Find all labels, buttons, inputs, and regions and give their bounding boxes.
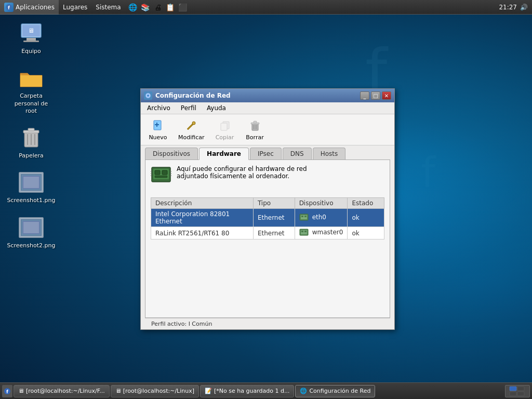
sistema-menu[interactable]: Sistema	[91, 0, 125, 15]
screenshot2-icon	[19, 215, 44, 240]
taskbar-right	[505, 385, 530, 397]
nuevo-label: Nuevo	[149, 134, 167, 141]
svg-rect-34	[155, 176, 167, 178]
svg-rect-51	[510, 387, 516, 391]
desktop-icon-papelera[interactable]: Papelera	[10, 125, 52, 159]
tab-hardware[interactable]: Hardware	[199, 148, 249, 160]
svg-rect-43	[301, 216, 303, 217]
row1-descripcion: Intel Corporation 82801 Ethernet	[151, 209, 254, 227]
col-tipo: Tipo	[253, 198, 295, 209]
svg-rect-53	[510, 392, 516, 396]
dialog-toolbar: Nuevo Modificar Copiar	[141, 114, 394, 145]
taskbar-start-button[interactable]: f	[2, 385, 12, 397]
menu-ayuda[interactable]: Ayuda	[203, 103, 230, 113]
papelera-label: Papelera	[19, 152, 44, 159]
equipo-icon: 🖥	[19, 21, 44, 46]
network-icon: 🌐	[300, 388, 307, 394]
maximize-button[interactable]: □	[371, 91, 380, 100]
copiar-icon	[218, 118, 232, 133]
borrar-icon	[248, 118, 262, 133]
clock: 21:27	[499, 4, 517, 11]
equipo-label: Equipo	[21, 48, 41, 55]
toolbar-icons: 🌐 📚 🖨 📋 ⬛	[127, 2, 189, 13]
minimize-button[interactable]: _	[360, 91, 369, 100]
dialog-tab-content: Aquí puede configurar el hardware de red…	[145, 159, 390, 318]
nuevo-button[interactable]: Nuevo	[145, 116, 171, 143]
info-line1: Aquí puede configurar el hardware de red	[177, 165, 307, 172]
lugares-menu[interactable]: Lugares	[59, 0, 91, 15]
row1-tipo: Ethernet	[253, 209, 295, 227]
row2-descripcion: RaLink RT2561/RT61 80	[151, 227, 254, 240]
tab-hosts[interactable]: Hosts	[313, 148, 346, 159]
tab-dispositivos[interactable]: Dispositivos	[145, 148, 198, 159]
taskbar-network[interactable]: 🌐 Configuración de Red	[295, 385, 375, 397]
carpeta-label: Carpeta personal de root	[10, 92, 52, 115]
desktop-icon-screenshot1[interactable]: Screenshot1.png	[10, 170, 52, 204]
svg-text:f: f	[6, 389, 8, 394]
svg-rect-52	[517, 387, 524, 391]
svg-rect-4	[26, 38, 36, 41]
close-button[interactable]: ✕	[382, 91, 391, 100]
toolbar-icon-1[interactable]: 🌐	[127, 2, 139, 13]
svg-text:🖥: 🖥	[28, 27, 34, 34]
taskbar-top-left: f Aplicaciones Lugares Sistema 🌐 📚 🖨 📋 ⬛	[0, 0, 189, 15]
fedora-icon: f	[4, 3, 14, 12]
row2-estado: ok	[348, 227, 384, 240]
dialog-menubar: Archivo Perfil Ayuda	[141, 102, 394, 114]
toolbar-icon-2[interactable]: 📚	[140, 2, 151, 13]
modificar-button[interactable]: Modificar	[175, 116, 208, 143]
taskbar-top-right: 21:27 🔊	[499, 4, 532, 11]
svg-rect-5	[23, 41, 39, 42]
borrar-button[interactable]: Borrar	[242, 116, 268, 143]
svg-rect-44	[304, 216, 307, 217]
terminal2-label: [root@localhost:~/Linux]	[123, 388, 194, 394]
screenshot1-label: Screenshot1.png	[7, 197, 56, 204]
menu-perfil[interactable]: Perfil	[177, 103, 201, 113]
desktop-icon-carpeta[interactable]: Carpeta personal de root	[10, 65, 52, 115]
papelera-icon	[19, 125, 44, 150]
info-text: Aquí puede configurar el hardware de red…	[177, 165, 307, 180]
dialog-title-icon	[144, 91, 152, 100]
menu-archivo[interactable]: Archivo	[143, 103, 175, 113]
desktop-icon-equipo[interactable]: 🖥 Equipo	[10, 21, 52, 55]
desktop-icon-screenshot2[interactable]: Screenshot2.png	[10, 215, 52, 249]
dialog-statusbar: Perfil activo: I Común	[145, 318, 390, 329]
svg-point-17	[147, 95, 149, 97]
carpeta-icon	[19, 65, 44, 90]
col-estado: Estado	[348, 198, 384, 209]
taskbar-top: f Aplicaciones Lugares Sistema 🌐 📚 🖨 📋 ⬛…	[0, 0, 532, 15]
taskbar-editor[interactable]: 📝 [*No se ha guardado 1 d...	[200, 385, 294, 397]
svg-rect-9	[28, 128, 34, 131]
toolbar-icon-3[interactable]: 🖨	[152, 2, 164, 13]
toolbar-icon-5[interactable]: ⬛	[177, 2, 189, 13]
toolbar-icon-4[interactable]: 📋	[165, 2, 176, 13]
svg-rect-54	[517, 392, 524, 396]
dialog-red: Configuración de Red _ □ ✕ Archivo Perfi…	[140, 88, 395, 330]
info-banner: Aquí puede configurar el hardware de red…	[151, 165, 384, 191]
table-row[interactable]: RaLink RT2561/RT61 80 Ethernet wma	[151, 227, 384, 240]
tab-dns[interactable]: DNS	[283, 148, 312, 159]
taskbar-terminal2[interactable]: 🖥 [root@localhost:~/Linux]	[111, 385, 199, 397]
modificar-icon	[184, 118, 198, 133]
svg-rect-26	[254, 121, 257, 123]
copiar-button[interactable]: Copiar	[212, 116, 238, 143]
sistema-label: Sistema	[96, 4, 121, 11]
aplicaciones-label: Aplicaciones	[16, 4, 55, 11]
dialog-titlebar: Configuración de Red _ □ ✕	[141, 89, 394, 102]
dialog-title: Configuración de Red	[155, 92, 357, 99]
desktop-icons: 🖥 Equipo Carpeta personal de root	[10, 21, 52, 249]
borrar-label: Borrar	[246, 134, 263, 141]
svg-point-21	[192, 122, 195, 125]
svg-rect-48	[304, 231, 307, 232]
taskbar-terminal1[interactable]: 🖥 [root@localhost:~/Linux/F...	[14, 385, 110, 397]
row1-dispositivo: eth0	[295, 209, 348, 227]
svg-rect-23	[221, 123, 227, 130]
dialog-tabs: Dispositivos Hardware IPsec DNS Hosts	[141, 145, 394, 159]
aplicaciones-menu[interactable]: f Aplicaciones	[0, 0, 59, 15]
taskbar-bottom: f 🖥 [root@localhost:~/Linux/F... 🖥 [root…	[0, 382, 532, 399]
col-descripcion: Descripción	[151, 198, 254, 209]
table-row[interactable]: Intel Corporation 82801 Ethernet Etherne…	[151, 209, 384, 227]
editor-icon: 📝	[205, 388, 212, 394]
tab-ipsec[interactable]: IPsec	[250, 148, 282, 159]
workspace-switcher[interactable]	[505, 385, 530, 397]
